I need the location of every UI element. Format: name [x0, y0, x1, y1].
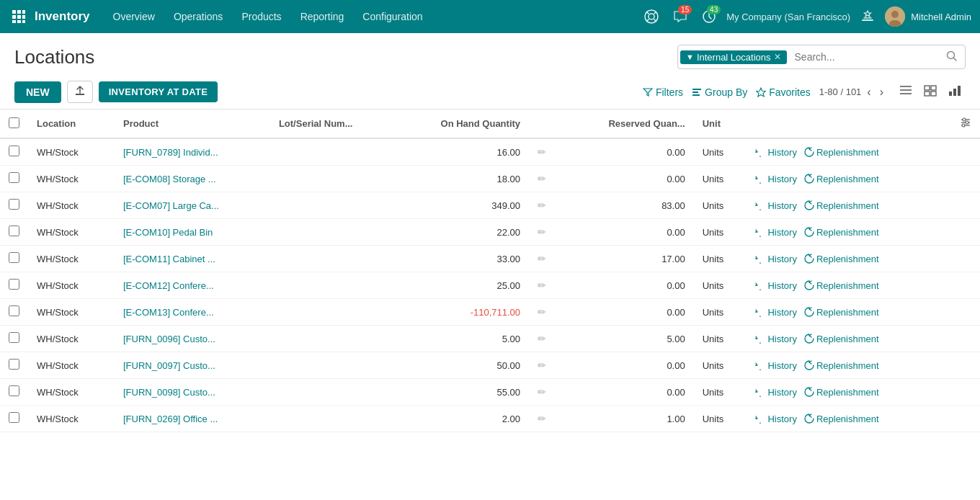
row-lot [270, 219, 396, 246]
replenishment-button[interactable]: Replenishment [804, 280, 879, 291]
row-product[interactable]: [FURN_0096] Custo... [115, 326, 270, 352]
history-button[interactable]: History [755, 200, 796, 211]
row-edit-icon[interactable]: ✏ [529, 166, 565, 192]
row-product[interactable]: [E-COM11] Cabinet ... [115, 246, 270, 272]
row-checkbox[interactable] [9, 199, 19, 210]
filter-tag-close[interactable]: ✕ [774, 52, 781, 62]
row-product[interactable]: [FURN_0789] Individ... [115, 138, 270, 166]
row-edit-icon[interactable]: ✏ [529, 379, 565, 406]
replenishment-button[interactable]: Replenishment [804, 307, 879, 318]
row-lot [270, 272, 396, 299]
row-location: WH/Stock [28, 299, 115, 326]
upload-button[interactable] [67, 81, 93, 103]
replenishment-button[interactable]: Replenishment [804, 174, 879, 184]
row-checkbox-cell [0, 299, 28, 326]
history-button[interactable]: History [755, 254, 796, 264]
row-unit: Units [694, 299, 747, 326]
row-location: WH/Stock [28, 219, 115, 246]
history-button[interactable]: History [755, 227, 796, 238]
row-checkbox-cell [0, 352, 28, 379]
row-checkbox[interactable] [9, 146, 19, 156]
row-edit-icon[interactable]: ✏ [529, 299, 565, 326]
app-grid-icon[interactable] [9, 6, 29, 27]
row-product[interactable]: [FURN_0098] Custo... [115, 379, 270, 406]
row-checkbox[interactable] [9, 332, 19, 343]
filters-button[interactable]: Filters [643, 86, 683, 98]
row-product[interactable]: [FURN_0097] Custo... [115, 352, 270, 379]
table-row: WH/Stock [E-COM08] Storage ... 18.00 ✏ 0… [0, 166, 980, 192]
replenishment-button[interactable]: Replenishment [804, 414, 879, 424]
row-product[interactable]: [E-COM07] Large Ca... [115, 192, 270, 219]
row-product[interactable]: [E-COM10] Pedal Bin [115, 219, 270, 246]
history-button[interactable]: History [755, 334, 796, 344]
replenishment-button[interactable]: Replenishment [804, 360, 879, 371]
row-product[interactable]: [E-COM12] Confere... [115, 272, 270, 299]
row-checkbox[interactable] [9, 385, 19, 396]
replenishment-button[interactable]: Replenishment [804, 200, 879, 211]
replenishment-button[interactable]: Replenishment [804, 254, 879, 264]
history-button[interactable]: History [755, 387, 796, 398]
row-edit-icon[interactable]: ✏ [529, 219, 565, 246]
replenishment-button[interactable]: Replenishment [804, 387, 879, 398]
row-product[interactable]: [FURN_0269] Office ... [115, 406, 270, 432]
settings-icon[interactable] [856, 5, 879, 28]
pagination-next[interactable]: › [877, 84, 886, 100]
chat-icon[interactable]: 15 [669, 5, 692, 28]
svg-point-42 [962, 124, 965, 127]
row-checkbox[interactable] [9, 412, 19, 423]
row-checkbox[interactable] [9, 359, 19, 370]
header-lot: Lot/Serial Num... [270, 110, 396, 138]
list-view-button[interactable] [895, 82, 917, 102]
row-checkbox-cell [0, 246, 28, 272]
header-col-settings[interactable] [940, 110, 980, 138]
history-button[interactable]: History [755, 360, 796, 371]
history-button[interactable]: History [755, 307, 796, 318]
svg-rect-7 [17, 20, 21, 23]
group-by-button[interactable]: Group By [692, 86, 747, 98]
row-checkbox[interactable] [9, 226, 19, 236]
row-edit-icon[interactable]: ✏ [529, 138, 565, 166]
menu-overview[interactable]: Overview [104, 8, 164, 25]
pagination-prev[interactable]: ‹ [864, 84, 873, 100]
row-location: WH/Stock [28, 192, 115, 219]
row-product[interactable]: [E-COM13] Confere... [115, 299, 270, 326]
activity-icon[interactable]: 43 [698, 5, 721, 28]
replenishment-button[interactable]: Replenishment [804, 334, 879, 344]
menu-operations[interactable]: Operations [165, 8, 231, 25]
favorites-button[interactable]: Favorites [756, 86, 811, 98]
row-edit-icon[interactable]: ✏ [529, 246, 565, 272]
search-input[interactable] [789, 51, 939, 63]
row-lot [270, 138, 396, 166]
svg-rect-35 [953, 89, 956, 96]
row-edit-icon[interactable]: ✏ [529, 352, 565, 379]
select-all-checkbox[interactable] [9, 117, 19, 128]
new-button[interactable]: NEW [14, 81, 61, 103]
menu-products[interactable]: Products [233, 8, 290, 25]
menu-reporting[interactable]: Reporting [292, 8, 353, 25]
user-avatar[interactable] [885, 6, 905, 27]
row-checkbox[interactable] [9, 172, 19, 183]
chart-view-button[interactable] [944, 82, 966, 102]
svg-line-22 [954, 58, 957, 61]
page-title: Locations [14, 46, 94, 68]
replenishment-button[interactable]: Replenishment [804, 147, 879, 158]
support-icon[interactable] [640, 5, 663, 28]
row-edit-icon[interactable]: ✏ [529, 272, 565, 299]
row-edit-icon[interactable]: ✏ [529, 192, 565, 219]
row-edit-icon[interactable]: ✏ [529, 326, 565, 352]
history-button[interactable]: History [755, 147, 796, 158]
row-edit-icon[interactable]: ✏ [529, 406, 565, 432]
menu-configuration[interactable]: Configuration [354, 8, 431, 25]
row-checkbox[interactable] [9, 305, 19, 316]
row-checkbox[interactable] [9, 279, 19, 290]
replenishment-button[interactable]: Replenishment [804, 227, 879, 238]
row-product[interactable]: [E-COM08] Storage ... [115, 166, 270, 192]
search-button[interactable] [939, 50, 965, 64]
row-checkbox[interactable] [9, 252, 19, 263]
grid-view-button[interactable] [919, 82, 941, 102]
history-button[interactable]: History [755, 414, 796, 424]
history-button[interactable]: History [755, 174, 796, 184]
history-button[interactable]: History [755, 280, 796, 291]
row-col-settings-spacer [940, 326, 980, 352]
inventory-at-date-button[interactable]: INVENTORY AT DATE [99, 81, 218, 102]
